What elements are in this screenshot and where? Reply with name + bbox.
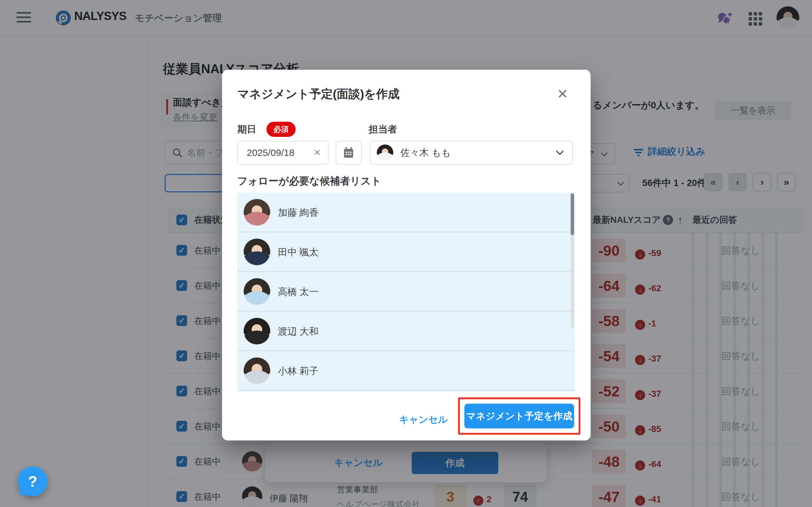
candidate-row[interactable]: 小林 莉子 ✕ bbox=[237, 351, 575, 391]
due-date-value: 2025/09/18 bbox=[247, 141, 294, 164]
candidate-list-label: フォローが必要な候補者リスト bbox=[237, 174, 381, 188]
candidate-name: 小林 莉子 bbox=[278, 351, 318, 391]
required-badge: 必須 bbox=[266, 122, 296, 137]
candidate-row[interactable]: 渡辺 大和 ✕ bbox=[237, 312, 575, 351]
candidate-name: 田中 颯太 bbox=[278, 232, 318, 272]
modal-title: マネジメント予定(面談)を作成 bbox=[237, 86, 400, 102]
assignee-avatar bbox=[377, 145, 393, 161]
assignee-value: 佐々木 もも bbox=[400, 141, 451, 164]
candidate-name: 渡辺 大和 bbox=[278, 312, 318, 351]
assignee-label: 担当者 bbox=[368, 123, 397, 136]
due-date-input[interactable]: 2025/09/18 ✕ bbox=[237, 141, 328, 165]
assignee-select[interactable]: 佐々木 もも bbox=[370, 141, 573, 165]
calendar-icon bbox=[342, 146, 355, 159]
close-icon[interactable]: ✕ bbox=[557, 86, 568, 102]
clear-date-icon[interactable]: ✕ bbox=[314, 141, 321, 164]
candidate-list: 加藤 絢香 ✕ 田中 颯太 ✕ 高橋 太一 ✕ 渡辺 大和 ✕ 小林 莉子 bbox=[237, 193, 575, 392]
candidate-avatar bbox=[244, 357, 270, 384]
due-date-label: 期日 bbox=[237, 123, 256, 136]
candidate-avatar bbox=[244, 239, 270, 265]
candidate-name: 加藤 絢香 bbox=[278, 193, 318, 232]
candidate-avatar bbox=[244, 278, 270, 305]
calendar-button[interactable] bbox=[336, 141, 362, 165]
candidate-avatar bbox=[244, 318, 270, 344]
candidate-row[interactable]: 高橋 太一 ✕ bbox=[237, 272, 575, 312]
candidate-row[interactable]: 加藤 絢香 ✕ bbox=[237, 193, 575, 232]
annotation-highlight-box: マネジメント予定を作成 bbox=[458, 397, 580, 435]
help-bubble-button[interactable]: ? bbox=[18, 466, 48, 496]
candidate-name: 高橋 太一 bbox=[278, 272, 318, 312]
candidate-avatar bbox=[244, 199, 270, 226]
create-management-schedule-modal: マネジメント予定(面談)を作成 ✕ 期日 必須 担当者 2025/09/18 ✕… bbox=[222, 70, 591, 441]
modal-cancel-button[interactable]: キャンセル bbox=[399, 407, 448, 432]
create-schedule-button[interactable]: マネジメント予定を作成 bbox=[464, 404, 574, 429]
candidate-row[interactable]: 田中 颯太 ✕ bbox=[237, 232, 575, 272]
chevron-down-icon bbox=[555, 150, 565, 156]
list-scrollbar-thumb[interactable] bbox=[571, 193, 574, 235]
app-root: NALYSYS モチベーション管理 グループNALYスコア分析 従業員NALYス… bbox=[0, 0, 812, 507]
